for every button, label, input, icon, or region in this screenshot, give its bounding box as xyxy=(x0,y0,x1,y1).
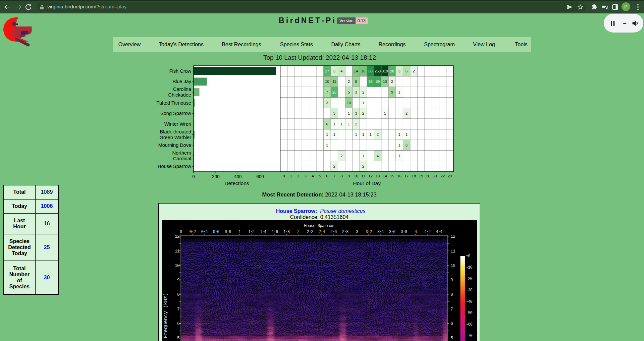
svg-text:2: 2 xyxy=(362,164,364,168)
svg-text:6: 6 xyxy=(326,174,328,178)
svg-text:253: 253 xyxy=(375,69,381,73)
svg-text:15: 15 xyxy=(390,174,394,178)
svg-text:1·4: 1·4 xyxy=(260,230,266,234)
svg-text:4: 4 xyxy=(340,69,342,73)
svg-text:2: 2 xyxy=(391,79,393,83)
svg-text:0·8: 0·8 xyxy=(225,230,231,234)
svg-text:5: 5 xyxy=(177,336,179,341)
svg-text:1: 1 xyxy=(326,143,328,147)
svg-text:Northern: Northern xyxy=(172,150,191,156)
svg-text:3·2: 3·2 xyxy=(366,230,372,234)
svg-text:1: 1 xyxy=(326,132,328,136)
svg-text:600: 600 xyxy=(256,174,264,179)
svg-text:1: 1 xyxy=(333,132,335,136)
svg-text:10: 10 xyxy=(175,263,179,268)
svg-text:9: 9 xyxy=(348,174,350,178)
svg-text:10: 10 xyxy=(354,174,358,178)
svg-text:22: 22 xyxy=(440,174,445,178)
svg-text:1: 1 xyxy=(340,122,342,126)
svg-text:9: 9 xyxy=(450,278,453,283)
svg-text:319: 319 xyxy=(382,69,388,73)
svg-text:27: 27 xyxy=(325,69,329,73)
svg-text:7: 7 xyxy=(333,174,335,178)
svg-text:2·4: 2·4 xyxy=(319,230,325,234)
svg-text:1: 1 xyxy=(384,111,386,115)
svg-text:39: 39 xyxy=(376,79,380,83)
svg-text:21: 21 xyxy=(433,174,438,178)
svg-text:2·6: 2·6 xyxy=(330,230,337,234)
svg-text:4·2: 4·2 xyxy=(424,230,431,234)
svg-text:2: 2 xyxy=(348,79,350,83)
svg-text:68: 68 xyxy=(368,69,372,73)
svg-text:2: 2 xyxy=(340,154,342,158)
svg-text:9: 9 xyxy=(355,79,357,83)
svg-text:1: 1 xyxy=(398,143,400,147)
svg-text:11: 11 xyxy=(361,174,365,178)
svg-text:4: 4 xyxy=(312,174,314,178)
svg-text:3: 3 xyxy=(333,111,335,115)
svg-text:Tufted Titmouse: Tufted Titmouse xyxy=(157,100,191,106)
svg-text:Chickadee: Chickadee xyxy=(168,92,191,98)
svg-text:14: 14 xyxy=(383,174,387,178)
svg-text:12: 12 xyxy=(175,234,179,239)
svg-text:8: 8 xyxy=(177,292,179,297)
svg-text:2: 2 xyxy=(413,69,415,73)
svg-text:26: 26 xyxy=(332,90,336,94)
svg-text:-40: -40 xyxy=(466,299,472,304)
svg-text:12: 12 xyxy=(450,234,455,239)
svg-text:Frequency (kHz): Frequency (kHz) xyxy=(163,293,169,338)
svg-text:0: 0 xyxy=(180,230,182,234)
svg-text:5: 5 xyxy=(319,174,321,178)
svg-text:6: 6 xyxy=(326,122,328,126)
svg-text:11: 11 xyxy=(175,249,180,254)
svg-text:7: 7 xyxy=(177,307,179,312)
svg-text:2: 2 xyxy=(333,164,335,168)
svg-text:3: 3 xyxy=(355,111,357,115)
svg-text:1: 1 xyxy=(362,132,364,136)
svg-text:1: 1 xyxy=(406,132,408,136)
svg-text:-50: -50 xyxy=(466,311,472,316)
svg-text:10: 10 xyxy=(325,79,329,83)
svg-text:Black-throated: Black-throated xyxy=(160,129,192,134)
svg-text:1: 1 xyxy=(290,174,292,178)
svg-text:2·2: 2·2 xyxy=(307,230,313,234)
svg-text:6: 6 xyxy=(406,143,408,147)
svg-text:-10: -10 xyxy=(466,265,472,270)
svg-text:1: 1 xyxy=(333,122,335,126)
svg-text:+0: +0 xyxy=(466,254,470,259)
svg-text:17: 17 xyxy=(405,174,409,178)
svg-text:20: 20 xyxy=(426,174,430,178)
svg-text:14: 14 xyxy=(354,69,358,73)
svg-text:0·2: 0·2 xyxy=(190,230,196,234)
svg-text:3: 3 xyxy=(326,101,328,105)
svg-text:House Sparrow: House Sparrow xyxy=(158,164,191,169)
svg-text:9: 9 xyxy=(391,90,393,94)
svg-text:18: 18 xyxy=(412,174,416,178)
svg-text:3·4: 3·4 xyxy=(377,230,384,234)
svg-text:13: 13 xyxy=(376,174,380,178)
svg-text:2: 2 xyxy=(362,111,364,115)
svg-text:28: 28 xyxy=(390,69,394,73)
svg-text:3: 3 xyxy=(333,69,335,73)
svg-text:1: 1 xyxy=(398,154,400,158)
svg-text:16: 16 xyxy=(361,69,365,73)
svg-text:Detections: Detections xyxy=(224,180,249,186)
svg-text:12: 12 xyxy=(368,174,373,178)
svg-text:1·8: 1·8 xyxy=(283,230,290,234)
svg-text:6: 6 xyxy=(450,321,453,326)
svg-text:1: 1 xyxy=(398,90,400,94)
svg-text:11: 11 xyxy=(450,249,455,254)
svg-text:3: 3 xyxy=(355,90,357,94)
svg-text:8: 8 xyxy=(340,174,342,178)
svg-text:0: 0 xyxy=(192,174,195,179)
svg-text:3: 3 xyxy=(305,174,307,178)
svg-text:1: 1 xyxy=(369,132,371,136)
svg-text:4·4: 4·4 xyxy=(436,230,442,234)
svg-text:1·6: 1·6 xyxy=(272,230,278,234)
svg-text:6: 6 xyxy=(177,321,179,326)
svg-text:3: 3 xyxy=(398,69,400,73)
svg-text:0: 0 xyxy=(283,174,285,178)
svg-text:Fish Crow: Fish Crow xyxy=(169,68,192,74)
svg-text:2·8: 2·8 xyxy=(342,230,348,234)
svg-text:1: 1 xyxy=(362,154,364,158)
